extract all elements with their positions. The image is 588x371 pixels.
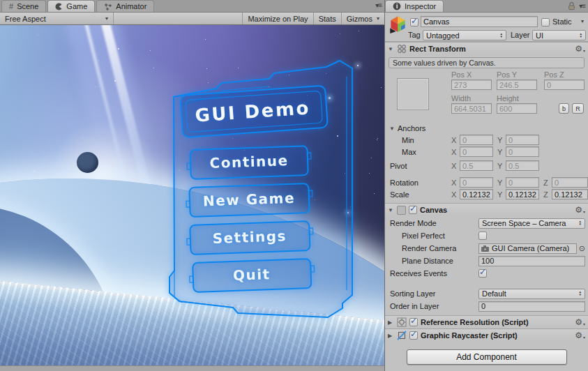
y-axis-label: Y	[497, 190, 506, 199]
inspector-pane-menu-icon[interactable]: ▾≡	[579, 2, 585, 10]
reference-resolution-header[interactable]: ▶ ✓ Reference Resolution (Script) ⚙▾	[385, 315, 588, 328]
layer-label: Layer	[511, 31, 530, 39]
add-component-button[interactable]: Add Component	[407, 349, 567, 365]
sorting-layer-dropdown[interactable]: Default ▲▼	[478, 289, 585, 299]
menu-button-continue-label: Continue	[209, 152, 289, 172]
tag-value: Untagged	[426, 31, 460, 40]
game-pane-menu-icon[interactable]: ▾≡	[375, 1, 382, 9]
pos-y-field[interactable]: 246.5	[497, 80, 537, 90]
y-axis-label: Y	[497, 179, 506, 187]
driven-values-infobox: Some values driven by Canvas.	[389, 57, 585, 68]
height-label: Height	[497, 94, 519, 103]
rotation-z-field[interactable]: 0	[552, 177, 588, 188]
anchors-max-y-field[interactable]: 0	[506, 146, 539, 157]
render-camera-label: Render Camera	[402, 244, 456, 252]
render-camera-object-field[interactable]: GUI Camera (Camera)	[478, 243, 577, 254]
tag-dropdown[interactable]: Untagged ▲▼	[423, 30, 506, 40]
layer-value: UI	[536, 31, 543, 40]
gear-icon[interactable]: ⚙▾	[575, 44, 585, 54]
rotation-row: Rotation X 0 Y 0 Z 0	[390, 177, 585, 188]
gizmos-dropdown[interactable]: Gizmos ▾	[341, 13, 384, 24]
foldout-open-icon[interactable]: ▼	[388, 46, 394, 52]
raw-edit-mode-button[interactable]: R	[572, 103, 584, 114]
reference-resolution-checkbox[interactable]: ✓	[409, 318, 418, 326]
pos-x-field[interactable]: 273	[451, 80, 492, 90]
pivot-label: Pivot	[390, 162, 451, 170]
checkmark-icon: ✓	[410, 316, 417, 326]
render-mode-label: Render Mode	[390, 219, 437, 227]
rect-transform-grid: Pos X Pos Y Pos Z 273 246.5 0 Width Heig…	[385, 70, 588, 121]
camera-icon	[481, 245, 490, 252]
tab-inspector[interactable]: i Inspector	[385, 0, 444, 12]
pivot-row: Pivot X 0.5 Y 0.5	[390, 160, 585, 171]
pixel-perfect-checkbox[interactable]	[478, 232, 487, 240]
lock-icon[interactable]	[568, 1, 575, 10]
tab-game[interactable]: Game	[47, 0, 95, 12]
width-field[interactable]: 664.5031	[451, 103, 492, 114]
sorting-layer-row: Sorting Layer Default ▲▼	[385, 288, 588, 299]
gameobject-active-checkbox[interactable]: ✓	[410, 18, 419, 26]
graphic-raycaster-header[interactable]: ▶ ✓ Graphic Raycaster (Script) ⚙▾	[385, 328, 588, 342]
object-picker-icon[interactable]: ⊙	[579, 244, 585, 253]
receives-events-checkbox[interactable]: ✓	[478, 269, 487, 278]
width-label: Width	[451, 94, 471, 103]
pixel-perfect-label: Pixel Perfect	[402, 232, 445, 240]
foldout-open-icon: ▼	[389, 126, 395, 132]
checkmark-icon: ✓	[411, 16, 418, 26]
pos-z-field[interactable]: 0	[544, 80, 585, 90]
scale-x-field[interactable]: 0.12132	[460, 189, 493, 199]
scale-y-field[interactable]: 0.12132	[506, 189, 539, 199]
render-camera-value: GUI Camera (Camera)	[492, 244, 569, 252]
blueprint-mode-button[interactable]: b	[559, 103, 569, 114]
height-field[interactable]: 600	[497, 103, 537, 114]
tab-scene[interactable]: # Scene	[1, 0, 46, 12]
layer-dropdown[interactable]: UI ▲▼	[532, 30, 586, 40]
gameobject-cube-icon[interactable]	[389, 15, 407, 33]
order-in-layer-field[interactable]: 0	[478, 301, 585, 312]
canvas-component-icon	[397, 206, 406, 215]
plane-distance-field[interactable]: 100	[478, 256, 585, 266]
static-checkbox[interactable]	[541, 18, 550, 26]
sorting-layer-value: Default	[482, 289, 506, 298]
maximize-on-play-button[interactable]: Maximize on Play	[242, 13, 312, 24]
aspect-dropdown[interactable]: Free Aspect ▾	[0, 13, 114, 24]
stats-button[interactable]: Stats	[313, 13, 341, 24]
svg-text:i: i	[396, 3, 398, 10]
sorting-layer-label: Sorting Layer	[390, 289, 435, 298]
gear-icon[interactable]: ⚙▾	[575, 205, 585, 215]
canvas-component-header[interactable]: ▼ ✓ Canvas ⚙▾	[385, 203, 588, 216]
rotation-label: Rotation	[390, 179, 451, 187]
canvas-enabled-checkbox[interactable]: ✓	[409, 206, 417, 214]
y-axis-label: Y	[497, 148, 506, 156]
game-viewport[interactable]: GUI Demo Continue New Game Settings Quit	[0, 25, 384, 365]
gear-icon[interactable]: ⚙▾	[575, 331, 585, 340]
menu-button-settings-label: Settings	[212, 227, 287, 247]
pivot-y-field[interactable]: 0.5	[506, 160, 539, 171]
rotation-x-field[interactable]: 0	[460, 177, 493, 188]
order-in-layer-row: Order in Layer 0	[385, 301, 588, 312]
anchors-max-x-field[interactable]: 0	[460, 146, 493, 157]
anchors-min-x-field[interactable]: 0	[460, 135, 493, 145]
rect-transform-header[interactable]: ▼ Rect Transform ⚙▾	[385, 42, 588, 55]
anchors-min-y-field[interactable]: 0	[506, 135, 539, 145]
anchors-max-row: Max X 0 Y 0	[390, 146, 585, 157]
graphic-raycaster-checkbox[interactable]: ✓	[409, 331, 418, 340]
plane-distance-label: Plane Distance	[402, 257, 453, 265]
anchor-preview-box[interactable]	[397, 78, 429, 110]
rotation-y-field[interactable]: 0	[506, 177, 539, 188]
pivot-x-field[interactable]: 0.5	[460, 160, 493, 171]
game-controller-icon	[55, 3, 63, 10]
foldout-open-icon[interactable]: ▼	[388, 207, 394, 213]
aspect-label: Free Aspect	[5, 15, 46, 23]
toolbar-spacer	[114, 13, 242, 24]
foldout-closed-icon[interactable]: ▶	[388, 333, 394, 339]
gear-icon[interactable]: ⚙▾	[575, 317, 585, 327]
render-mode-dropdown[interactable]: Screen Space – Camera ▲▼	[478, 218, 585, 229]
tab-animator[interactable]: Animator	[96, 0, 154, 12]
scale-z-field[interactable]: 0.12132	[552, 189, 588, 199]
anchors-foldout[interactable]: ▼ Anchors	[389, 123, 588, 133]
foldout-closed-icon[interactable]: ▶	[388, 319, 394, 326]
unity-editor-window: # Scene Game Animator ▾≡ Free Aspect ▾	[0, 0, 588, 371]
gameobject-name-field[interactable]	[421, 16, 538, 27]
static-dropdown-arrow-icon[interactable]: ▾	[581, 18, 584, 24]
